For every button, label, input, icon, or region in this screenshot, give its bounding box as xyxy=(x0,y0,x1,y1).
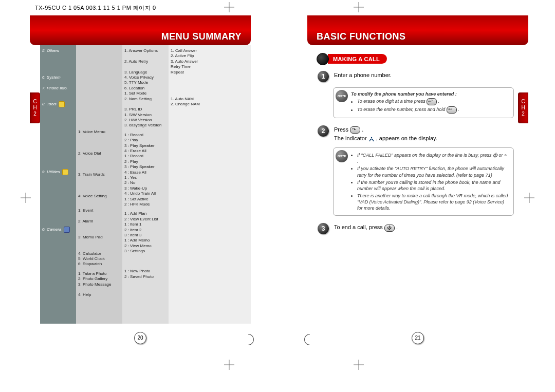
step-3: 3 To end a call, press . xyxy=(318,223,514,234)
note-item: If the number you're calling is stored i… xyxy=(357,179,508,192)
crop-mark xyxy=(354,2,364,12)
page-edge-notch xyxy=(248,334,254,345)
page-basic-functions: BASIC FUNCTIONS C H 2 MAKING A CALL 1 En… xyxy=(307,15,528,344)
note-item: To erase the entire number, press and ho… xyxy=(357,106,508,114)
note-icon: NOTE xyxy=(336,150,348,162)
page-number: 20 xyxy=(134,332,146,344)
content-body: MAKING A CALL 1 Enter a phone number. NO… xyxy=(318,54,514,324)
call-indicator-icon xyxy=(368,136,375,142)
step-number-icon: 3 xyxy=(318,223,329,234)
page-title: MENU SUMMARY xyxy=(161,31,242,42)
crop-mark xyxy=(21,193,31,203)
crop-mark xyxy=(354,360,364,370)
section-heading: MAKING A CALL xyxy=(328,54,387,64)
note-icon: NOTE xyxy=(336,90,348,102)
crop-mark xyxy=(224,360,234,370)
page-number-area: 20 xyxy=(30,332,251,344)
note-item: There is another way to make a call thro… xyxy=(357,193,508,211)
step-1: 1 Enter a phone number. xyxy=(318,71,514,82)
svg-point-0 xyxy=(371,137,372,138)
note-box: NOTE To modify the phone number you have… xyxy=(333,87,514,118)
menu-col-category: 5. Others 6. System 7. Phone Info. 8. To… xyxy=(40,45,76,324)
note-item: If you activate the "AUTO RETRY" functio… xyxy=(357,165,508,178)
end-key-icon xyxy=(384,225,395,232)
page-menu-summary: MENU SUMMARY C H 2 5. Others 6. System 7… xyxy=(30,15,251,344)
note-item: To erase one digit at a time press . xyxy=(357,98,508,105)
menu-col-level2: 1: Voice Memo 2: Voice Dial 3: Train Wor… xyxy=(76,45,122,324)
step-2: 2 Press . The indicator , appears on the… xyxy=(318,125,514,142)
source-file-header: TX-95CU C 1 05A 003.1 11 5 1 PM 페이지 0 xyxy=(35,4,156,12)
page-title-bar: MENU SUMMARY xyxy=(30,15,251,45)
page-title-bar: BASIC FUNCTIONS xyxy=(307,15,528,45)
tools-icon xyxy=(59,101,65,107)
page-number-area: 21 xyxy=(307,332,528,344)
page-edge-notch xyxy=(304,334,310,345)
note-item: If "CALL FAILED" appears on the display … xyxy=(357,152,508,164)
clr-key-icon xyxy=(427,98,437,105)
step-number-icon: 1 xyxy=(318,71,329,82)
menu-col-level4: 1. Call Answer2. Active Flip3. Auto Answ… xyxy=(169,45,251,324)
clr-key-icon xyxy=(447,106,457,114)
step-text: Press . The indicator , appears on the d… xyxy=(334,125,514,142)
crop-mark xyxy=(224,2,234,12)
page-number: 21 xyxy=(412,332,424,344)
step-number-icon: 2 xyxy=(318,125,329,137)
chapter-tab: C H 2 xyxy=(30,92,40,123)
chapter-tab: C H 2 xyxy=(518,92,528,123)
camera-icon xyxy=(64,227,70,233)
step-text: To end a call, press . xyxy=(334,223,514,232)
send-key-icon xyxy=(350,126,360,134)
note-title: To modify the phone number you have ente… xyxy=(351,91,457,97)
page-title: BASIC FUNCTIONS xyxy=(317,31,406,42)
utilities-icon xyxy=(62,169,68,175)
menu-table: 5. Others 6. System 7. Phone Info. 8. To… xyxy=(40,45,251,324)
menu-col-level3: 1. Answer Options 2. Auto Retry 3. Langu… xyxy=(122,45,169,324)
note-box: NOTE If "CALL FAILED" appears on the dis… xyxy=(333,147,514,216)
step-text: Enter a phone number. xyxy=(334,71,514,80)
